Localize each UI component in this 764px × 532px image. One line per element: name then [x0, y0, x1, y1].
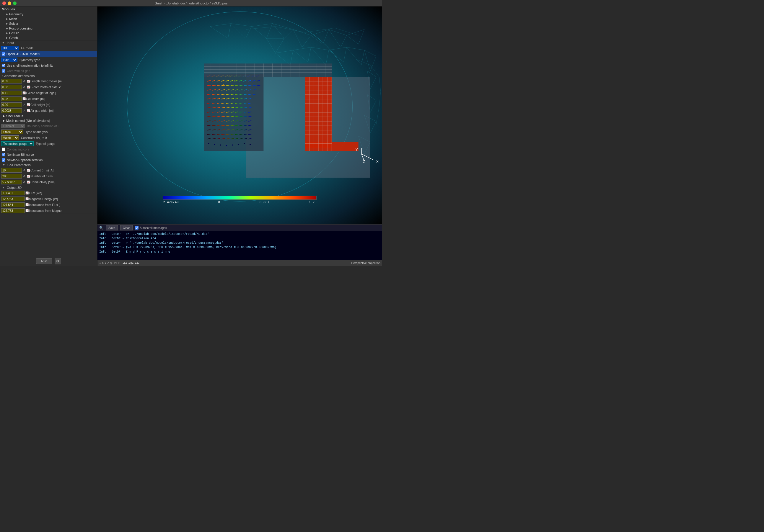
minimize-button[interactable] [8, 1, 11, 5]
autoscroll-row: Autoscroll messages [135, 226, 167, 229]
field-input-4[interactable] [1, 102, 22, 107]
arrow-icon: ▶ [6, 17, 8, 20]
autoscroll-checkbox[interactable] [135, 226, 138, 229]
chart-icon[interactable]: 📈 [26, 109, 30, 113]
chart-icon[interactable]: 📈 [26, 168, 30, 172]
coil-field-input-0[interactable] [1, 168, 22, 173]
sidebar-item-getdp[interactable]: ▶ GetDP [0, 31, 97, 35]
sidebar-item-solver[interactable]: ▶ Solver [0, 21, 97, 26]
refresh-icon[interactable]: ↺ [22, 85, 26, 89]
output-input-3[interactable] [1, 208, 25, 213]
output-input-0[interactable] [1, 191, 25, 195]
core-air-gap-checkbox[interactable] [2, 69, 5, 72]
newton-checkbox[interactable] [2, 158, 5, 162]
chart-icon[interactable]: 📈 [26, 103, 30, 107]
svg-marker-3 [267, 38, 284, 53]
refresh-icon[interactable]: ↺ [22, 103, 26, 107]
conducting-core-checkbox[interactable] [2, 148, 5, 151]
chart-icon[interactable]: 📈 [26, 79, 30, 83]
maximize-button[interactable] [13, 1, 17, 5]
mesh-control-header[interactable]: Mesh control (Nbr of divisions) [0, 118, 97, 123]
arrow-icon: ▶ [6, 36, 8, 39]
analysis-label: Type of analysis [24, 130, 96, 134]
close-button[interactable] [2, 1, 6, 5]
sidebar-item-mesh[interactable]: ▶ Mesh [0, 17, 97, 21]
chart-icon[interactable]: 📈 [26, 174, 30, 178]
left-panel: Modules ▶ Geometry ▶ Mesh ▶ Solver ▶ Pos… [0, 7, 97, 266]
search-icon: 🔍 [99, 226, 103, 230]
output-input-1[interactable] [1, 197, 25, 201]
chart-icon[interactable]: 📈 [22, 97, 26, 101]
chart-icon[interactable]: 📈 [26, 180, 30, 184]
field-input-2[interactable] [1, 90, 22, 95]
projection-label: Perspective projection [351, 261, 380, 265]
bc-label: Boundary condition at i [26, 124, 96, 128]
conducting-core-label: Conducting core [7, 148, 29, 151]
field-input-5[interactable] [1, 108, 22, 113]
arrow-icon: ▶ [6, 13, 8, 16]
bc-dropdown[interactable]: Dirichlet [1, 124, 25, 128]
field-icons-2: 📈 [22, 91, 26, 95]
coil-params-header[interactable]: Coil Parameters [0, 163, 97, 167]
refresh-icon[interactable]: ↺ [22, 168, 26, 172]
chart-icon[interactable]: 📈 [25, 197, 29, 201]
chart-icon[interactable]: 📈 [26, 85, 30, 89]
refresh-icon[interactable]: ↺ [22, 174, 26, 178]
svg-marker-5 [311, 30, 329, 44]
opencascade-checkbox[interactable] [2, 52, 5, 56]
field-label-2: E-core height of legs [ [26, 91, 96, 95]
mesh-visualization: Y X Z [97, 7, 382, 224]
colorbar-gradient [163, 196, 316, 200]
gauge-dropdown[interactable]: Tree/cotree gauge [1, 141, 34, 146]
chart-icon[interactable]: 📈 [25, 191, 29, 195]
viewport[interactable]: Y X Z 2.42e-49 0 0.867 1.73 [97, 7, 382, 224]
colorbar-labels: 2.42e-49 0 0.867 1.73 [163, 200, 316, 204]
clear-button[interactable]: Clear [120, 225, 132, 230]
shell-radius-header[interactable]: Shell radius [0, 114, 97, 118]
output-header[interactable]: Output 3D [0, 185, 97, 190]
geo-dims-header[interactable]: Geometric dimensions [0, 73, 97, 78]
fe-model-dropdown[interactable]: 3D [1, 46, 19, 51]
refresh-icon[interactable]: ↺ [22, 180, 26, 184]
refresh-icon[interactable]: ↺ [22, 79, 26, 83]
input-section-header[interactable]: Input [0, 41, 97, 45]
console-line-1: Info : GetDP - PostOperation 4/4 [99, 236, 380, 241]
coil-field-input-1[interactable] [1, 174, 22, 179]
save-button[interactable]: Save [106, 225, 118, 230]
core-air-gap-label: Core with air gap [7, 69, 30, 72]
field-input-1[interactable] [1, 85, 22, 89]
svg-line-24 [356, 59, 370, 65]
run-button[interactable]: Run [36, 258, 52, 264]
settings-button[interactable]: ⚙ [55, 258, 61, 264]
main-layout: Modules ▶ Geometry ▶ Mesh ▶ Solver ▶ Pos… [0, 7, 382, 266]
svg-marker-12 [347, 47, 364, 65]
chart-icon[interactable]: 📈 [25, 208, 29, 213]
chart-icon[interactable]: 📈 [25, 203, 29, 207]
newton-row: Newton-Raphson iteration [0, 157, 97, 163]
svg-line-25 [370, 65, 379, 77]
shell-transform-checkbox[interactable] [2, 64, 5, 67]
field-input-0[interactable] [1, 79, 22, 83]
sidebar-item-gmsh[interactable]: ▶ Gmsh [0, 35, 97, 40]
nonlinear-bh-checkbox[interactable] [2, 153, 5, 156]
chart-icon[interactable]: 📈 [22, 91, 26, 95]
half-dropdown[interactable]: Half [1, 58, 17, 62]
output-input-2[interactable] [1, 202, 25, 207]
sidebar-item-geometry[interactable]: ▶ Geometry [0, 12, 97, 17]
nonlinear-bh-row: Nonlinear BH-curve [0, 152, 97, 157]
svg-marker-10 [311, 47, 329, 65]
coil-field-input-2[interactable] [1, 180, 22, 185]
field-input-3[interactable] [1, 96, 22, 101]
svg-marker-6 [329, 30, 346, 47]
svg-rect-222 [204, 64, 332, 77]
field-label-0: Length along z-axis [m [30, 79, 96, 83]
arrow-icon: ▶ [6, 32, 8, 35]
sidebar-item-postprocessing[interactable]: ▶ Post-processing [0, 26, 97, 31]
refresh-icon[interactable]: ↺ [22, 109, 26, 113]
svg-marker-2 [272, 24, 293, 38]
console-output[interactable]: Info : GetDP - >> '../onelab_doc/models/… [97, 231, 382, 260]
output-label-3: Inductance from Magne [29, 209, 96, 212]
analysis-dropdown[interactable]: Static [1, 130, 23, 134]
opencascade-row[interactable]: OpenCASCADE model? [0, 51, 97, 57]
constraint-dropdown[interactable]: Weak [1, 135, 19, 140]
